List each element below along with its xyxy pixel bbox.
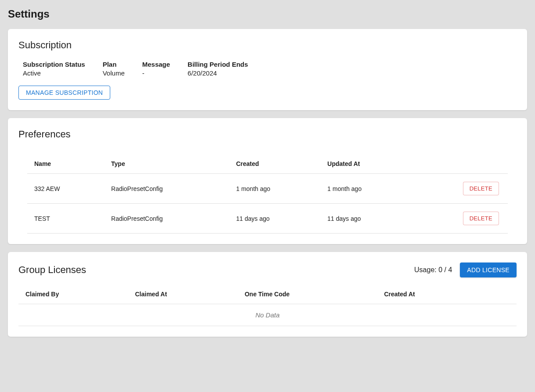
lic-col-claimed-by: Claimed By	[18, 284, 128, 304]
preferences-card-title: Preferences	[18, 129, 517, 140]
delete-preference-button[interactable]: Delete	[463, 182, 499, 195]
license-usage-text: Usage: 0 / 4	[414, 266, 452, 274]
add-license-button[interactable]: Add License	[460, 263, 517, 277]
billing-label: Billing Period Ends	[188, 61, 248, 68]
subscription-status-value: Active	[23, 69, 85, 77]
licenses-no-data: No Data	[18, 304, 517, 326]
pref-created: 11 days ago	[229, 204, 320, 234]
lic-col-created-at: Created At	[377, 284, 517, 304]
prefs-col-updated: Updated At	[320, 153, 431, 174]
subscription-card: Subscription Subscription Status Active …	[8, 29, 527, 110]
table-row: 332 AEW RadioPresetConfig 1 month ago 1 …	[27, 174, 508, 204]
pref-updated: 11 days ago	[320, 204, 431, 234]
table-row: TEST RadioPresetConfig 11 days ago 11 da…	[27, 204, 508, 234]
prefs-col-name: Name	[27, 153, 104, 174]
subscription-card-title: Subscription	[18, 40, 517, 51]
prefs-col-action	[431, 153, 508, 174]
pref-type: RadioPresetConfig	[104, 174, 229, 204]
billing-group: Billing Period Ends 6/20/2024	[188, 61, 248, 77]
manage-subscription-button[interactable]: Manage Subscription	[18, 86, 110, 100]
plan-label: Plan	[103, 61, 125, 68]
preferences-card: Preferences Name Type Created Updated At…	[8, 118, 527, 244]
pref-name: TEST	[27, 204, 104, 234]
message-value: -	[142, 69, 170, 77]
billing-value: 6/20/2024	[188, 69, 248, 77]
message-label: Message	[142, 61, 170, 68]
lic-col-claimed-at: Claimed At	[128, 284, 237, 304]
licenses-card-title: Group Licenses	[18, 264, 86, 276]
message-group: Message -	[142, 61, 170, 77]
pref-updated: 1 month ago	[320, 174, 431, 204]
pref-name: 332 AEW	[27, 174, 104, 204]
delete-preference-button[interactable]: Delete	[463, 212, 499, 225]
prefs-col-type: Type	[104, 153, 229, 174]
licenses-table: Claimed By Claimed At One Time Code Crea…	[18, 284, 517, 304]
group-licenses-card: Group Licenses Usage: 0 / 4 Add License …	[8, 252, 527, 337]
page-title: Settings	[8, 8, 527, 20]
lic-col-one-time-code: One Time Code	[238, 284, 377, 304]
plan-value: Volume	[103, 69, 125, 77]
preferences-table: Name Type Created Updated At 332 AEW Rad…	[27, 153, 508, 234]
prefs-col-created: Created	[229, 153, 320, 174]
subscription-status-label: Subscription Status	[23, 61, 85, 68]
subscription-status-group: Subscription Status Active	[23, 61, 85, 77]
subscription-fields: Subscription Status Active Plan Volume M…	[18, 61, 517, 77]
pref-type: RadioPresetConfig	[104, 204, 229, 234]
plan-group: Plan Volume	[103, 61, 125, 77]
pref-created: 1 month ago	[229, 174, 320, 204]
